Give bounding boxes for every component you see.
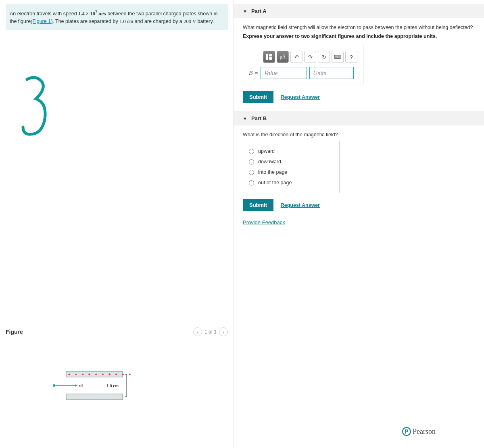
part-b-submit-button[interactable]: Submit	[243, 199, 273, 211]
option-into-page[interactable]: into the page	[249, 167, 334, 177]
reset-button[interactable]: ↻	[318, 51, 330, 63]
voltage-value: 200 V	[184, 19, 196, 24]
redo-button[interactable]: ↷	[304, 51, 316, 63]
provide-feedback-link[interactable]: Provide Feedback	[243, 219, 285, 225]
svg-rect-14	[269, 57, 272, 60]
collapse-caret-icon: ▼	[243, 9, 247, 14]
value-input[interactable]: Value	[261, 67, 307, 79]
option-upward[interactable]: upward	[249, 146, 334, 156]
svg-text:1.0 cm: 1.0 cm	[106, 383, 119, 388]
speed-value: 1.4 × 107 m/s	[78, 11, 106, 17]
pearson-logo: P Pearson	[402, 427, 436, 436]
figure-page-label: 1 of 1	[204, 329, 217, 335]
part-a-submit-button[interactable]: Submit	[243, 91, 273, 103]
part-a-question: What magnetic field strength will allow …	[243, 25, 475, 30]
svg-text:− − − − − − − − − −: − − − − − − − − − −	[68, 395, 132, 399]
svg-rect-12	[266, 54, 268, 60]
annotation-area	[6, 30, 228, 256]
option-downward[interactable]: downward	[249, 156, 334, 167]
handwritten-3-annotation	[20, 75, 52, 143]
help-button[interactable]: ?	[345, 51, 357, 63]
figure-diagram: + + + + + + + + + + − − − − − − − − − − …	[6, 363, 151, 412]
figure-link[interactable]: (Figure 1)	[31, 19, 52, 24]
figure-title: Figure	[6, 329, 23, 335]
units-input[interactable]: Units	[309, 67, 354, 79]
part-b-question: What is the direction of the magnetic fi…	[243, 132, 475, 138]
collapse-caret-icon: ▼	[243, 116, 247, 121]
figure-prev-button[interactable]: ‹	[193, 327, 202, 336]
part-a-header[interactable]: ▼ Part A	[234, 4, 484, 18]
variable-label: B =	[249, 70, 258, 77]
figure-scroll-area[interactable]: + + + + + + + + + + − − − − − − − − − − …	[6, 339, 228, 444]
svg-text:+ + + + + + + + + +: + + + + + + + + + +	[68, 372, 132, 377]
separation-value: 1.0 cm	[119, 19, 133, 24]
keyboard-button[interactable]: ⌨	[332, 51, 344, 63]
part-b-options: upward downward into the page out of the…	[243, 141, 340, 193]
templates-button[interactable]	[263, 51, 275, 63]
part-a-instruction: Express your answer to two significant f…	[243, 33, 475, 39]
part-b-header[interactable]: ▼ Part B	[234, 111, 484, 125]
part-b-request-answer-link[interactable]: Request Answer	[281, 202, 320, 208]
svg-marker-6	[75, 384, 77, 387]
undo-button[interactable]: ↶	[290, 51, 302, 63]
part-a-answer-box: μÅ ↶ ↷ ↻ ⌨ ? B = Value Units	[243, 45, 363, 85]
greek-symbols-button[interactable]: μÅ	[277, 51, 289, 63]
problem-text: An electron travels with speed	[10, 11, 78, 17]
option-out-of-page[interactable]: out of the page	[249, 177, 334, 188]
problem-statement: An electron travels with speed 1.4 × 107…	[6, 4, 228, 30]
pearson-p-icon: P	[402, 427, 411, 436]
figure-next-button[interactable]: ›	[219, 327, 228, 336]
svg-text:v⃗: v⃗	[79, 383, 83, 388]
svg-rect-13	[269, 54, 272, 56]
part-a-request-answer-link[interactable]: Request Answer	[281, 94, 320, 100]
